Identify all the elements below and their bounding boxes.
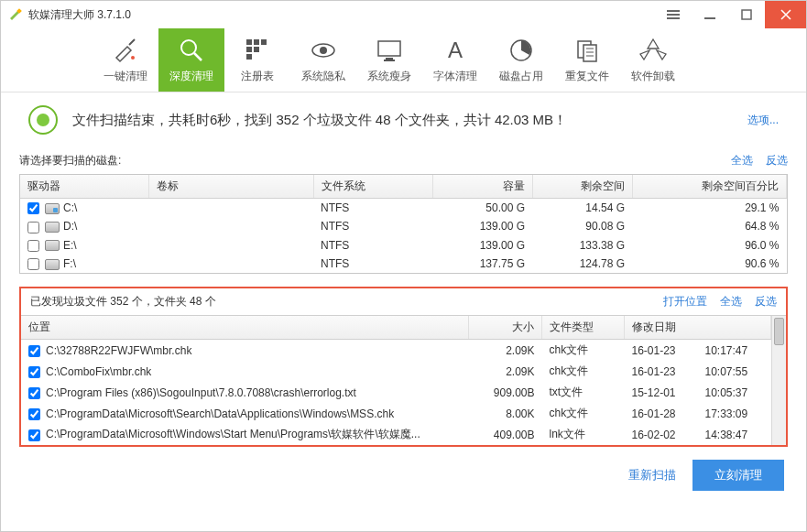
drive-cap: 139.00 G (432, 236, 532, 255)
file-time: 14:38:47 (698, 424, 771, 445)
col-size[interactable]: 大小 (469, 316, 542, 340)
scroll-thumb[interactable] (774, 318, 784, 345)
file-type: chk文件 (542, 403, 625, 424)
disk-invert[interactable]: 反选 (766, 153, 788, 168)
tab-registry[interactable]: 注册表 (224, 28, 290, 92)
result-select-all[interactable]: 全选 (720, 294, 742, 309)
tab-deep-clean[interactable]: 深度清理 (158, 28, 224, 92)
footer: 重新扫描 立刻清理 (1, 447, 806, 504)
tab-label: 注册表 (241, 69, 274, 84)
file-date: 16-01-23 (625, 340, 698, 362)
file-path: C:\ComboFix\mbr.chk (46, 365, 151, 378)
drive-cap: 50.00 G (432, 199, 532, 218)
disk-row[interactable]: F:\NTFS137.75 G124.78 G90.6 % (20, 255, 787, 273)
col-free-pct[interactable]: 剩余空间百分比 (632, 175, 786, 199)
drive-cap: 137.75 G (432, 255, 532, 273)
col-path[interactable]: 位置 (21, 316, 469, 340)
file-type: chk文件 (542, 361, 625, 382)
tab-system-slim[interactable]: 系统瘦身 (356, 28, 422, 92)
drive-fs: NTFS (313, 255, 432, 273)
disk-checkbox[interactable] (27, 222, 39, 233)
svg-rect-1 (667, 10, 680, 12)
duplicate-icon (573, 36, 602, 65)
tab-label: 系统瘦身 (367, 69, 411, 84)
search-icon (177, 36, 206, 65)
brush-icon (111, 36, 140, 65)
open-location-link[interactable]: 打开位置 (663, 294, 707, 309)
pie-icon (507, 36, 536, 65)
file-size: 2.09K (469, 340, 542, 362)
close-button[interactable] (765, 1, 806, 28)
tab-label: 重复文件 (565, 69, 609, 84)
col-capacity[interactable]: 容量 (432, 175, 532, 199)
col-fs[interactable]: 文件系统 (313, 175, 432, 199)
result-row[interactable]: C:\32788R22FWJFW\mbr.chk2.09Kchk文件16-01-… (21, 340, 771, 362)
disk-select-all[interactable]: 全选 (731, 153, 753, 168)
svg-point-6 (131, 56, 135, 60)
options-link[interactable]: 选项... (747, 113, 779, 128)
disk-checkbox[interactable] (27, 202, 39, 214)
file-type: lnk文件 (542, 424, 625, 445)
drive-pct: 96.0 % (632, 236, 786, 255)
tab-uninstall[interactable]: 软件卸载 (620, 28, 686, 92)
drive-fs: NTFS (313, 236, 432, 255)
result-checkbox[interactable] (28, 345, 40, 357)
result-row[interactable]: C:\Program Files (x86)\SogouInput\7.8.0.… (21, 382, 771, 403)
col-type[interactable]: 文件类型 (542, 316, 625, 340)
svg-rect-5 (742, 10, 751, 19)
result-box: 已发现垃圾文件 352 个，文件夹 48 个 打开位置 全选 反选 位置 大小 … (19, 287, 788, 447)
drive-free: 124.78 G (532, 255, 632, 273)
file-path: C:\Program Files (x86)\SogouInput\7.8.0.… (46, 386, 356, 399)
disk-checkbox[interactable] (27, 240, 39, 252)
result-checkbox[interactable] (28, 408, 40, 420)
col-free[interactable]: 剩余空间 (532, 175, 632, 199)
svg-rect-16 (378, 41, 400, 56)
clean-now-button[interactable]: 立刻清理 (692, 460, 784, 491)
col-drive[interactable]: 驱动器 (20, 175, 148, 199)
drive-icon (45, 203, 60, 214)
result-checkbox[interactable] (28, 429, 40, 441)
disk-row[interactable]: D:\NTFS139.00 G90.08 G64.8 % (20, 217, 787, 235)
svg-rect-17 (386, 58, 393, 60)
result-scrollbar[interactable] (771, 316, 786, 445)
window-title: 软媒清理大师 3.7.1.0 (28, 7, 655, 23)
drive-cap: 139.00 G (432, 217, 532, 235)
menu-button[interactable] (655, 1, 692, 28)
tab-one-click-clean[interactable]: 一键清理 (93, 28, 158, 92)
result-row[interactable]: C:\ProgramData\Microsoft\Search\Data\App… (21, 403, 771, 424)
minimize-button[interactable] (692, 1, 728, 28)
drive-free: 133.38 G (532, 236, 632, 255)
drive-icon (45, 259, 60, 270)
maximize-button[interactable] (728, 1, 765, 28)
svg-rect-22 (583, 45, 596, 61)
drive-fs: NTFS (313, 199, 432, 218)
disk-row[interactable]: E:\NTFS139.00 G133.38 G96.0 % (20, 236, 787, 255)
drive-pct: 64.8 % (632, 217, 786, 235)
disk-prompt: 请选择要扫描的磁盘: 全选 反选 (1, 147, 806, 174)
result-summary: 已发现垃圾文件 352 个，文件夹 48 个 (30, 294, 650, 309)
result-checkbox[interactable] (28, 387, 40, 399)
drive-icon (45, 222, 60, 233)
result-row[interactable]: C:\ComboFix\mbr.chk2.09Kchk文件16-01-2310:… (21, 361, 771, 382)
rescan-button[interactable]: 重新扫描 (628, 467, 676, 483)
file-date: 16-01-28 (625, 403, 698, 424)
col-mdate[interactable]: 修改日期 (625, 316, 771, 340)
svg-rect-4 (704, 17, 715, 19)
tab-disk-usage[interactable]: 磁盘占用 (488, 28, 554, 92)
status-bar: 文件扫描结束，共耗时6秒，找到 352 个垃圾文件 48 个文件夹，共计 42.… (1, 92, 806, 147)
tab-privacy[interactable]: 系统隐私 (290, 28, 356, 92)
drive-free: 90.08 G (532, 217, 632, 235)
disk-checkbox[interactable] (27, 258, 39, 270)
disk-row[interactable]: C:\NTFS50.00 G14.54 G29.1 % (20, 199, 787, 218)
tab-font-clean[interactable]: A 字体清理 (422, 28, 488, 92)
col-label[interactable]: 卷标 (148, 175, 313, 199)
result-row[interactable]: C:\ProgramData\Microsoft\Windows\Start M… (21, 424, 771, 445)
result-invert[interactable]: 反选 (755, 294, 777, 309)
file-size: 8.00K (469, 403, 542, 424)
app-icon (8, 7, 23, 22)
result-header: 已发现垃圾文件 352 个，文件夹 48 个 打开位置 全选 反选 (21, 288, 786, 315)
tab-duplicate-files[interactable]: 重复文件 (554, 28, 620, 92)
svg-rect-8 (246, 39, 252, 45)
file-date: 16-01-23 (625, 361, 698, 382)
result-checkbox[interactable] (28, 366, 40, 378)
